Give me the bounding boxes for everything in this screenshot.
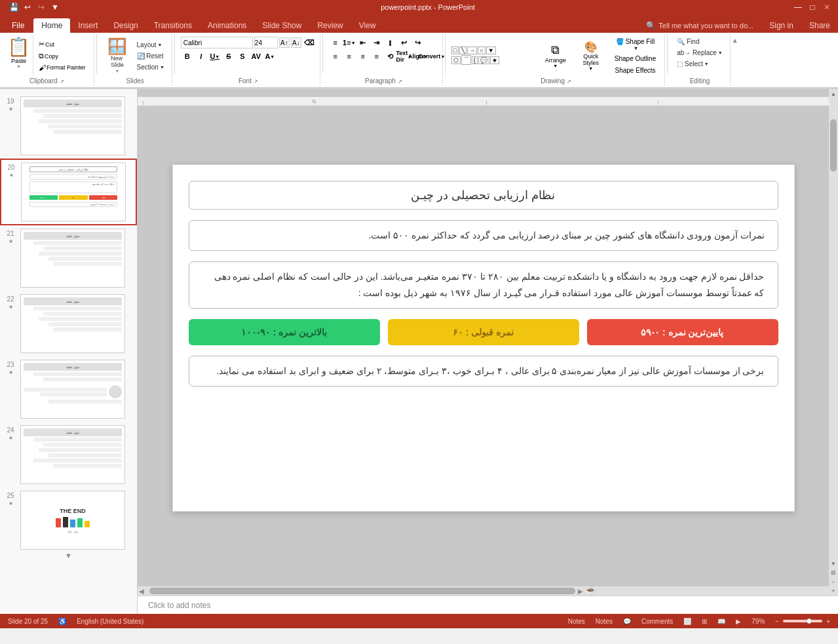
ltr-button[interactable]: ↪ (411, 37, 425, 48)
zoom-in-scroll[interactable]: + (829, 586, 838, 596)
redo-button[interactable]: ↪ (35, 1, 47, 13)
tab-animations[interactable]: Animations (200, 18, 254, 33)
textshadow-button[interactable]: S (236, 50, 249, 62)
score-low-box[interactable]: پایین‌ترین نمره : ۰-۵۹ (587, 319, 778, 345)
align-left[interactable]: ≡ (329, 50, 342, 62)
font-size-decrease[interactable]: A↓ (291, 37, 301, 48)
convert-smartart[interactable]: Convert ▼ (425, 50, 438, 62)
language-button[interactable]: English (United States) (74, 617, 146, 626)
comments-label[interactable]: Comments (639, 617, 676, 626)
replace-button[interactable]: ab→ Replace ▼ (674, 48, 726, 58)
shape-curve[interactable]: ⌒ (461, 55, 471, 65)
score-mid-box[interactable]: نمره قبولی : ۶۰ (388, 319, 579, 345)
shape-outline-button[interactable]: Shape Outline (610, 53, 660, 64)
score-high-box[interactable]: بالاترین نمره : ۹۰-۱۰۰ (189, 319, 380, 345)
shape-fill-button[interactable]: 🪣 Shape Fill ▼ (610, 36, 660, 52)
font-size-increase[interactable]: A↑ (279, 37, 290, 48)
cut-button[interactable]: ✂ Cut (36, 39, 88, 50)
numbering-button[interactable]: 1≡▼ (343, 37, 356, 48)
customize-qat-button[interactable]: ▼ (49, 1, 61, 13)
tab-view[interactable]: View (351, 18, 384, 33)
paste-button[interactable]: 📋 Paste ▼ (4, 35, 33, 76)
zoom-slider[interactable]: − + (772, 617, 833, 626)
strikethrough-button[interactable]: S (222, 50, 235, 62)
shape-star[interactable]: ★ (490, 56, 499, 64)
smartart-button[interactable]: ⟲ (384, 50, 397, 62)
shape-circle[interactable]: ○ (478, 47, 485, 54)
underline-button[interactable]: U▼ (208, 50, 221, 62)
shape-effects-button[interactable]: Shape Effects (610, 65, 660, 76)
share-button[interactable]: Share (801, 18, 838, 33)
slide-sorter-button[interactable]: ⊞ (699, 617, 710, 626)
scroll-up-button[interactable]: ▲ (829, 89, 838, 98)
slide-thumb-25[interactable]: 25 ★ THE END پایان ارائه (0, 487, 137, 553)
slide-canvas-wrap[interactable]: 0 نظام ارزیابی تحصیلی در چیـن (138, 89, 829, 586)
shape-brace[interactable]: { (472, 56, 478, 64)
format-painter-button[interactable]: 🖌 Format Painter (36, 62, 88, 73)
tab-transitions[interactable]: Transitions (146, 18, 200, 33)
layout-button[interactable]: Layout ▼ (134, 40, 168, 50)
scroll-left-button[interactable]: ◀ (139, 588, 144, 595)
tell-me-input[interactable]: 🔍 Tell me what you want to do... (638, 18, 761, 33)
copy-button[interactable]: ⧉ Copy (36, 50, 88, 62)
fit-page-button[interactable]: ⊞ (829, 568, 838, 577)
align-justify[interactable]: ≡ (370, 50, 383, 62)
slide-panel-scroll-down[interactable]: ▼ (65, 552, 72, 559)
font-size-input[interactable] (254, 37, 278, 48)
shape-rect[interactable]: □ (451, 47, 459, 54)
fontcolor-button[interactable]: A▼ (263, 50, 276, 62)
normal-view-button[interactable]: ⬜ (681, 617, 694, 626)
shape-pentagon[interactable]: ⬠ (451, 56, 461, 64)
align-center[interactable]: ≡ (343, 50, 356, 62)
slide-thumb-23[interactable]: 23 ★ عنوان اسلاید (0, 356, 137, 422)
save-button[interactable]: 💾 (8, 1, 20, 13)
scroll-right-button[interactable]: ▶ (578, 588, 583, 595)
horizontal-scrollbar[interactable]: ◀ ▶ ☕ (138, 586, 829, 596)
slideshow-button[interactable]: ▶ (733, 617, 744, 626)
minimize-button[interactable]: — (792, 1, 804, 13)
tab-slideshow[interactable]: Slide Show (254, 18, 309, 33)
zoom-out-scroll[interactable]: − (829, 577, 838, 586)
zoom-out-button[interactable]: − (772, 617, 782, 626)
bullets-button[interactable]: ≡ (329, 37, 342, 48)
slide-thumb-24[interactable]: 24 ★ عنوان اسلاید (0, 422, 137, 487)
zoom-level[interactable]: 79% (749, 617, 767, 626)
slide-thumb-19[interactable]: 19 ★ عنوان اسلاید (0, 93, 137, 159)
shape-more[interactable]: ▼ (486, 47, 496, 54)
reset-button[interactable]: 🔄 Reset (134, 51, 168, 61)
notes-label[interactable]: Notes (593, 617, 615, 626)
signin-button[interactable]: Sign in (761, 18, 801, 33)
shape-line[interactable]: ╲ (459, 47, 467, 54)
slide-text-box-2[interactable]: حداقل نمره لازم جهت ورود به دانشگاه و یا… (189, 261, 778, 309)
undo-button[interactable]: ↩ (22, 1, 33, 13)
font-family-input[interactable] (181, 37, 253, 48)
tab-design[interactable]: Design (105, 18, 145, 33)
italic-button[interactable]: I (195, 50, 208, 62)
vertical-scrollbar[interactable]: ▲ ▼ ⊞ − + (829, 89, 838, 596)
section-button[interactable]: Section ▼ (134, 62, 168, 72)
find-button[interactable]: 🔍 Find (674, 37, 726, 47)
cols-button[interactable]: ⫿ (384, 37, 397, 48)
ribbon-collapse-button[interactable]: ▲ (731, 34, 740, 86)
slide-thumb-20[interactable]: 20 ★ نظام ارزیابی تحصیلی در چیـن نمرات آ… (0, 159, 137, 225)
select-button[interactable]: ⬚ Select ▼ (674, 59, 726, 69)
tab-review[interactable]: Review (309, 18, 351, 33)
align-right[interactable]: ≡ (356, 50, 370, 62)
bold-button[interactable]: B (181, 50, 194, 62)
slide-thumb-22[interactable]: 22 ★ عنوان اسلاید (0, 291, 137, 356)
tab-home[interactable]: Home (33, 18, 70, 33)
reading-view-button[interactable]: 📖 (715, 617, 728, 626)
close-button[interactable]: ✕ (821, 1, 833, 13)
decrease-indent[interactable]: ⇤ (356, 37, 370, 48)
arrange-button[interactable]: ⧉ Arrange ▼ (539, 41, 572, 70)
slide-title-box[interactable]: نظام ارزیابی تحصیلی در چیـن (189, 181, 778, 210)
notes-button[interactable]: Notes (565, 617, 588, 626)
slide-canvas[interactable]: نظام ارزیابی تحصیلی در چیـن نمرات آزمون … (172, 164, 795, 512)
vertical-scroll-thumb[interactable] (830, 119, 837, 172)
slide-text-box-1[interactable]: نمرات آزمون ورودی دانشگاه های کشور چین ب… (189, 220, 778, 251)
quick-styles-button[interactable]: 🎨 Quick Styles ▼ (575, 39, 607, 73)
notes-bar[interactable]: Click to add notes (138, 596, 838, 614)
accessibility-icon[interactable]: ♿ (58, 618, 66, 625)
tab-insert[interactable]: Insert (70, 18, 105, 33)
increase-indent[interactable]: ⇥ (370, 37, 383, 48)
